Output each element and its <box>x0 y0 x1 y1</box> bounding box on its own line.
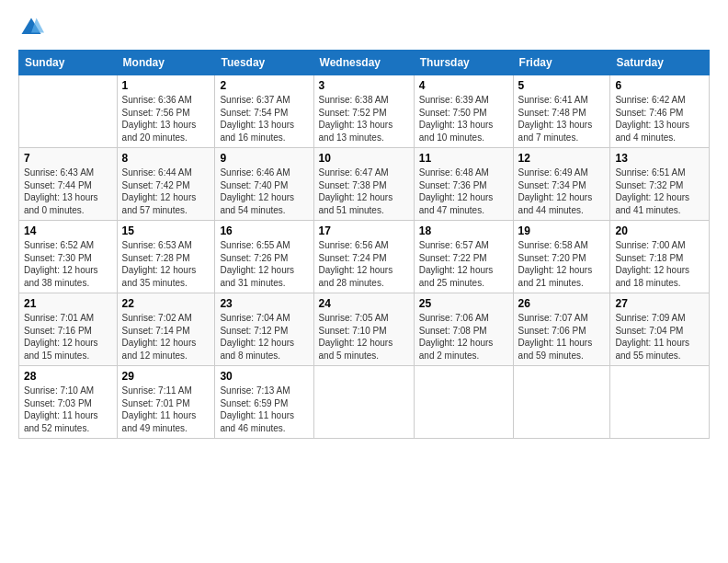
week-row-3: 14 Sunrise: 6:52 AMSunset: 7:30 PMDaylig… <box>19 221 710 293</box>
day-info: Sunrise: 7:06 AMSunset: 7:08 PMDaylight:… <box>419 312 508 362</box>
day-info: Sunrise: 6:49 AMSunset: 7:34 PMDaylight:… <box>518 167 606 216</box>
day-info: Sunrise: 7:07 AMSunset: 7:06 PMDaylight:… <box>518 312 606 362</box>
day-info: Sunrise: 6:42 AMSunset: 7:46 PMDaylight:… <box>615 94 704 144</box>
logo <box>18 15 48 40</box>
calendar-cell <box>19 75 118 148</box>
day-number: 14 <box>24 224 112 237</box>
day-number: 2 <box>220 79 308 92</box>
day-info: Sunrise: 7:11 AMSunset: 7:01 PMDaylight:… <box>122 385 210 434</box>
day-number: 12 <box>518 152 606 165</box>
day-number: 20 <box>615 224 704 237</box>
calendar-table: SundayMondayTuesdayWednesdayThursdayFrid… <box>18 50 710 439</box>
header-day-wednesday: Wednesday <box>313 51 414 75</box>
calendar-cell: 6 Sunrise: 6:42 AMSunset: 7:46 PMDayligh… <box>610 75 710 148</box>
calendar-cell: 29 Sunrise: 7:11 AMSunset: 7:01 PMDaylig… <box>117 366 215 439</box>
week-row-2: 7 Sunrise: 6:43 AMSunset: 7:44 PMDayligh… <box>19 148 710 221</box>
day-info: Sunrise: 7:04 AMSunset: 7:12 PMDaylight:… <box>220 312 308 362</box>
day-info: Sunrise: 6:36 AMSunset: 7:56 PMDaylight:… <box>122 94 210 144</box>
calendar-cell: 23 Sunrise: 7:04 AMSunset: 7:12 PMDaylig… <box>215 293 313 366</box>
calendar-cell: 11 Sunrise: 6:48 AMSunset: 7:36 PMDaylig… <box>414 148 513 221</box>
day-number: 6 <box>615 79 704 92</box>
day-info: Sunrise: 6:56 AMSunset: 7:24 PMDaylight:… <box>319 239 409 289</box>
calendar-cell: 24 Sunrise: 7:05 AMSunset: 7:10 PMDaylig… <box>313 293 414 366</box>
day-info: Sunrise: 6:55 AMSunset: 7:26 PMDaylight:… <box>220 239 308 289</box>
day-number: 10 <box>319 152 409 165</box>
calendar-cell: 12 Sunrise: 6:49 AMSunset: 7:34 PMDaylig… <box>513 148 610 221</box>
day-info: Sunrise: 7:00 AMSunset: 7:18 PMDaylight:… <box>615 239 704 289</box>
calendar-cell: 13 Sunrise: 6:51 AMSunset: 7:32 PMDaylig… <box>610 148 710 221</box>
calendar-cell <box>313 366 414 439</box>
calendar-cell: 28 Sunrise: 7:10 AMSunset: 7:03 PMDaylig… <box>19 366 118 439</box>
calendar-cell <box>610 366 710 439</box>
calendar-cell: 25 Sunrise: 7:06 AMSunset: 7:08 PMDaylig… <box>414 293 513 366</box>
calendar-cell: 17 Sunrise: 6:56 AMSunset: 7:24 PMDaylig… <box>313 221 414 293</box>
calendar-cell: 10 Sunrise: 6:47 AMSunset: 7:38 PMDaylig… <box>313 148 414 221</box>
day-info: Sunrise: 7:10 AMSunset: 7:03 PMDaylight:… <box>24 385 112 434</box>
day-number: 18 <box>419 224 508 237</box>
day-number: 25 <box>419 297 508 310</box>
day-number: 28 <box>24 370 112 383</box>
calendar-cell: 5 Sunrise: 6:41 AMSunset: 7:48 PMDayligh… <box>513 75 610 148</box>
calendar-cell: 27 Sunrise: 7:09 AMSunset: 7:04 PMDaylig… <box>610 293 710 366</box>
day-number: 24 <box>319 297 409 310</box>
week-row-4: 21 Sunrise: 7:01 AMSunset: 7:16 PMDaylig… <box>19 293 710 366</box>
day-info: Sunrise: 6:39 AMSunset: 7:50 PMDaylight:… <box>419 94 508 144</box>
header-day-saturday: Saturday <box>610 51 710 75</box>
calendar-cell <box>513 366 610 439</box>
day-number: 19 <box>518 224 606 237</box>
calendar-cell: 21 Sunrise: 7:01 AMSunset: 7:16 PMDaylig… <box>19 293 118 366</box>
day-number: 16 <box>220 224 308 237</box>
day-info: Sunrise: 6:52 AMSunset: 7:30 PMDaylight:… <box>24 239 112 289</box>
calendar-cell: 30 Sunrise: 7:13 AMSunset: 6:59 PMDaylig… <box>215 366 313 439</box>
day-number: 9 <box>220 152 308 165</box>
day-number: 26 <box>518 297 606 310</box>
header-day-thursday: Thursday <box>414 51 513 75</box>
header <box>18 15 710 40</box>
logo-icon <box>18 15 44 40</box>
calendar-cell: 1 Sunrise: 6:36 AMSunset: 7:56 PMDayligh… <box>117 75 215 148</box>
day-number: 4 <box>419 79 508 92</box>
day-number: 13 <box>615 152 704 165</box>
calendar-cell: 26 Sunrise: 7:07 AMSunset: 7:06 PMDaylig… <box>513 293 610 366</box>
calendar-cell <box>414 366 513 439</box>
day-info: Sunrise: 7:09 AMSunset: 7:04 PMDaylight:… <box>615 312 704 362</box>
day-info: Sunrise: 6:53 AMSunset: 7:28 PMDaylight:… <box>122 239 210 289</box>
calendar-cell: 7 Sunrise: 6:43 AMSunset: 7:44 PMDayligh… <box>19 148 118 221</box>
header-day-sunday: Sunday <box>19 51 118 75</box>
day-info: Sunrise: 7:02 AMSunset: 7:14 PMDaylight:… <box>122 312 210 362</box>
calendar-cell: 15 Sunrise: 6:53 AMSunset: 7:28 PMDaylig… <box>117 221 215 293</box>
calendar-cell: 9 Sunrise: 6:46 AMSunset: 7:40 PMDayligh… <box>215 148 313 221</box>
day-number: 17 <box>319 224 409 237</box>
day-info: Sunrise: 6:51 AMSunset: 7:32 PMDaylight:… <box>615 167 704 216</box>
day-info: Sunrise: 6:43 AMSunset: 7:44 PMDaylight:… <box>24 167 112 216</box>
day-number: 15 <box>122 224 210 237</box>
day-number: 27 <box>615 297 704 310</box>
day-info: Sunrise: 6:44 AMSunset: 7:42 PMDaylight:… <box>122 167 210 216</box>
day-info: Sunrise: 6:48 AMSunset: 7:36 PMDaylight:… <box>419 167 508 216</box>
page: SundayMondayTuesdayWednesdayThursdayFrid… <box>0 0 728 563</box>
day-number: 3 <box>319 79 409 92</box>
week-row-5: 28 Sunrise: 7:10 AMSunset: 7:03 PMDaylig… <box>19 366 710 439</box>
header-day-tuesday: Tuesday <box>215 51 313 75</box>
day-info: Sunrise: 6:47 AMSunset: 7:38 PMDaylight:… <box>319 167 409 216</box>
day-number: 23 <box>220 297 308 310</box>
calendar-cell: 8 Sunrise: 6:44 AMSunset: 7:42 PMDayligh… <box>117 148 215 221</box>
calendar-cell: 4 Sunrise: 6:39 AMSunset: 7:50 PMDayligh… <box>414 75 513 148</box>
day-info: Sunrise: 6:57 AMSunset: 7:22 PMDaylight:… <box>419 239 508 289</box>
calendar-cell: 3 Sunrise: 6:38 AMSunset: 7:52 PMDayligh… <box>313 75 414 148</box>
day-number: 8 <box>122 152 210 165</box>
day-number: 5 <box>518 79 606 92</box>
calendar-cell: 22 Sunrise: 7:02 AMSunset: 7:14 PMDaylig… <box>117 293 215 366</box>
calendar-cell: 19 Sunrise: 6:58 AMSunset: 7:20 PMDaylig… <box>513 221 610 293</box>
day-number: 1 <box>122 79 210 92</box>
week-row-1: 1 Sunrise: 6:36 AMSunset: 7:56 PMDayligh… <box>19 75 710 148</box>
calendar-cell: 18 Sunrise: 6:57 AMSunset: 7:22 PMDaylig… <box>414 221 513 293</box>
day-info: Sunrise: 7:01 AMSunset: 7:16 PMDaylight:… <box>24 312 112 362</box>
day-number: 21 <box>24 297 112 310</box>
day-info: Sunrise: 7:05 AMSunset: 7:10 PMDaylight:… <box>319 312 409 362</box>
day-info: Sunrise: 6:46 AMSunset: 7:40 PMDaylight:… <box>220 167 308 216</box>
day-number: 7 <box>24 152 112 165</box>
calendar-cell: 16 Sunrise: 6:55 AMSunset: 7:26 PMDaylig… <box>215 221 313 293</box>
day-number: 22 <box>122 297 210 310</box>
day-info: Sunrise: 6:38 AMSunset: 7:52 PMDaylight:… <box>319 94 409 144</box>
